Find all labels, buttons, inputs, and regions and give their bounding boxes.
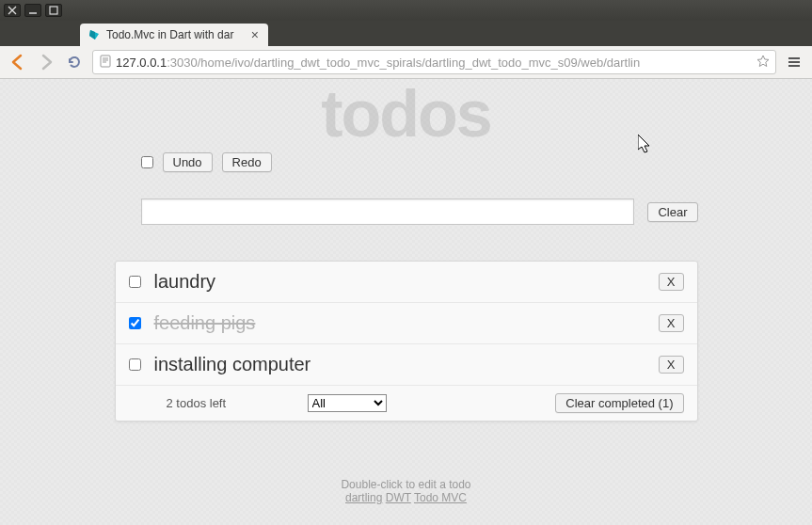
items-left-count: 2 todos left: [167, 396, 298, 410]
browser-menu-button[interactable]: [784, 52, 804, 72]
page-footer: Double-click to edit a todo dartling DWT…: [115, 478, 698, 504]
window-close-button[interactable]: [4, 4, 21, 17]
browser-toolbar: 127.0.0.1:3030/home/ivo/dartling_dwt_tod…: [0, 46, 812, 79]
browser-tab[interactable]: Todo.Mvc in Dart with dar ×: [80, 24, 268, 46]
todo-item: installing computer X: [116, 344, 697, 386]
new-todo-input[interactable]: [141, 199, 635, 225]
window-maximize-button[interactable]: [45, 4, 62, 17]
browser-tabstrip: Todo.Mvc in Dart with dar ×: [0, 21, 812, 46]
footer-link-dwt[interactable]: DWT: [386, 491, 411, 504]
filter-select[interactable]: All Active Completed: [308, 394, 387, 412]
todo-item: feeding pigs X: [116, 303, 697, 344]
todo-text[interactable]: laundry: [154, 271, 645, 293]
footer-link-dartling[interactable]: dartling: [345, 491, 382, 504]
footer-hint: Double-click to edit a todo: [115, 478, 698, 491]
window-minimize-button[interactable]: [24, 4, 41, 17]
page-icon: [99, 55, 112, 71]
os-titlebar: [0, 0, 812, 21]
top-controls: Undo Redo: [115, 152, 698, 172]
todo-complete-checkbox[interactable]: [129, 276, 141, 288]
back-button[interactable]: [8, 52, 28, 72]
undo-button[interactable]: Undo: [163, 152, 213, 172]
svg-rect-3: [101, 56, 110, 67]
svg-rect-0: [50, 7, 57, 14]
todo-item: laundry X: [116, 262, 697, 303]
todo-footer: 2 todos left All Active Completed Clear …: [116, 386, 697, 421]
bookmark-star-icon[interactable]: [756, 55, 770, 71]
reload-button[interactable]: [64, 52, 85, 72]
tab-close-icon[interactable]: ×: [249, 27, 261, 42]
todo-delete-button[interactable]: X: [659, 273, 684, 291]
page-title: todos: [115, 81, 698, 147]
toggle-all-checkbox[interactable]: [141, 156, 153, 168]
todo-complete-checkbox[interactable]: [129, 358, 141, 371]
clear-completed-button[interactable]: Clear completed (1): [555, 393, 683, 413]
page-viewport: todos Undo Redo Clear laundry X feeding …: [0, 79, 812, 525]
url-bar[interactable]: 127.0.0.1:3030/home/ivo/dartling_dwt_tod…: [92, 50, 776, 74]
url-text: 127.0.0.1:3030/home/ivo/dartling_dwt_tod…: [116, 56, 753, 70]
dart-favicon-icon: [88, 28, 101, 41]
todo-text[interactable]: feeding pigs: [154, 312, 645, 334]
footer-link-todomvc[interactable]: Todo MVC: [414, 491, 467, 504]
forward-button[interactable]: [36, 52, 56, 72]
todo-delete-button[interactable]: X: [659, 314, 684, 332]
todo-complete-checkbox[interactable]: [129, 317, 141, 329]
todo-text[interactable]: installing computer: [154, 354, 645, 375]
todo-delete-button[interactable]: X: [659, 356, 684, 374]
svg-marker-2: [89, 30, 95, 40]
clear-input-button[interactable]: Clear: [647, 202, 697, 222]
todo-list: laundry X feeding pigs X installing comp…: [115, 261, 698, 422]
redo-button[interactable]: Redo: [222, 152, 272, 172]
tab-title: Todo.Mvc in Dart with dar: [106, 28, 244, 41]
new-todo-row: Clear: [115, 199, 698, 225]
